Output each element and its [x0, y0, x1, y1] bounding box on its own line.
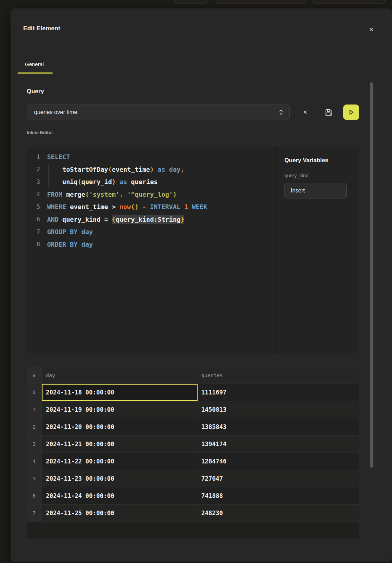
code-token: FROM [47, 191, 62, 198]
cell-queries[interactable]: 741888 [198, 487, 359, 505]
code-token: toStartOfDay [62, 166, 108, 173]
code-token: ) [150, 166, 154, 173]
row-index: 2 [27, 418, 41, 436]
table-row: 42024-11-22 00:00:001284746 [27, 453, 359, 470]
insert-variable-button[interactable]: Insert [284, 183, 347, 198]
code-token: ( [85, 191, 89, 198]
cell-queries[interactable]: 1111697 [198, 384, 359, 401]
code-line[interactable]: 1SELECT [27, 151, 275, 163]
cell-queries[interactable]: 727647 [198, 470, 359, 487]
code-line[interactable]: 6AND query_kind = {query_kind:String} [27, 213, 275, 226]
cell-day[interactable]: 2024-11-18 00:00:00 [41, 384, 198, 401]
row-index: 4 [27, 453, 41, 470]
code-token: queries [131, 178, 158, 185]
code-token: now [120, 203, 131, 210]
tab-general[interactable]: General [18, 60, 53, 74]
header-divider [11, 51, 392, 51]
code-token: uniq [62, 178, 77, 185]
row-index: 0 [27, 384, 41, 401]
cell-queries[interactable]: 1284746 [198, 453, 359, 470]
code-text: WHERE event_time > now() - INTERVAL 1 WE… [47, 203, 207, 210]
code-token [146, 203, 150, 210]
variable-name-label: query_kind [284, 173, 351, 178]
code-token: day [82, 241, 93, 248]
results-header-row: # day queries [27, 367, 359, 384]
code-token [47, 178, 62, 185]
edit-element-modal: Edit Element ✕ General Query queries ove… [11, 8, 392, 562]
code-token: ( [78, 178, 82, 185]
background-button [313, 0, 386, 4]
table-row: 72024-11-25 00:00:00248230 [27, 505, 359, 522]
query-select-value: queries over time [34, 109, 278, 115]
row-index: 7 [27, 505, 41, 522]
cell-queries[interactable]: 1394174 [198, 436, 359, 453]
code-token: merge [66, 191, 85, 198]
code-token [165, 166, 169, 173]
code-token: GROUP [47, 228, 66, 235]
code-line[interactable]: 5WHERE event_time > now() - INTERVAL 1 W… [27, 201, 275, 213]
cell-queries[interactable]: 248230 [198, 505, 359, 522]
code-token: { [112, 215, 116, 224]
save-icon[interactable] [322, 106, 335, 119]
code-text: toStartOfDay(event_time) as day, [47, 166, 184, 173]
clear-icon[interactable]: ✕ [299, 107, 311, 118]
code-token: query_id [82, 178, 112, 185]
code-line[interactable]: 4FROM merge('system', '^query_log') [27, 188, 275, 201]
code-token: - [142, 203, 146, 210]
code-line[interactable]: 2 toStartOfDay(event_time) as day, [27, 163, 275, 176]
results-body: 02024-11-18 00:00:00111169712024-11-19 0… [27, 384, 359, 522]
code-token [116, 178, 120, 185]
code-token [188, 203, 192, 210]
modal-title: Edit Element [23, 25, 60, 32]
cell-day[interactable]: 2024-11-24 00:00:00 [41, 487, 198, 505]
sql-editor[interactable]: 1SELECT2 toStartOfDay(event_time) as day… [27, 147, 359, 353]
code-token [78, 228, 82, 235]
chevron-up-down-icon [278, 109, 284, 116]
code-line[interactable]: 8ORDER BY day [27, 238, 275, 251]
play-icon [347, 108, 355, 116]
code-token [66, 241, 70, 248]
indent-guide [49, 164, 49, 187]
line-number: 5 [27, 203, 40, 210]
code-token [123, 191, 127, 198]
cell-day[interactable]: 2024-11-22 00:00:00 [41, 453, 198, 470]
code-token: ) [173, 191, 177, 198]
cell-queries[interactable]: 1385843 [198, 418, 359, 436]
code-token: = [101, 216, 112, 223]
code-token: ORDER [47, 241, 66, 248]
close-icon[interactable]: ✕ [366, 24, 377, 35]
table-row: 02024-11-18 00:00:001111697 [27, 384, 359, 401]
code-text: uniq(query_id) as queries [47, 178, 158, 185]
code-token: > [108, 203, 120, 210]
line-number: 1 [27, 153, 40, 160]
code-line[interactable]: 7GROUP BY day [27, 226, 275, 238]
code-token [66, 203, 70, 210]
code-token: WEEK [192, 203, 207, 210]
scrollbar-thumb[interactable] [370, 82, 373, 468]
code-token [59, 216, 63, 223]
cell-day[interactable]: 2024-11-21 00:00:00 [41, 436, 198, 453]
column-header-day: day [41, 367, 198, 384]
code-token: } [180, 215, 184, 224]
code-lines[interactable]: 1SELECT2 toStartOfDay(event_time) as day… [27, 147, 275, 353]
row-index: 1 [27, 401, 41, 418]
results-footer [27, 522, 359, 539]
code-token: '^query_log' [127, 191, 173, 198]
cell-day[interactable]: 2024-11-23 00:00:00 [41, 470, 198, 487]
cell-day[interactable]: 2024-11-19 00:00:00 [41, 401, 198, 418]
cell-day[interactable]: 2024-11-20 00:00:00 [41, 418, 198, 436]
code-line[interactable]: 3 uniq(query_id) as queries [27, 176, 275, 188]
cell-day[interactable]: 2024-11-25 00:00:00 [41, 505, 198, 522]
cell-queries[interactable]: 1450813 [198, 401, 359, 418]
code-token: as [120, 178, 127, 185]
run-query-button[interactable] [343, 105, 359, 120]
code-text: GROUP BY day [47, 228, 93, 235]
code-token [139, 203, 142, 210]
table-row: 62024-11-24 00:00:00741888 [27, 487, 359, 505]
code-text: FROM merge('system', '^query_log') [47, 191, 177, 198]
query-section-heading: Query [27, 88, 44, 95]
table-row: 52024-11-23 00:00:00727647 [27, 470, 359, 487]
results-table: # day queries 02024-11-18 00:00:00111169… [27, 367, 359, 539]
row-index: 5 [27, 470, 41, 487]
query-select[interactable]: queries over time [27, 105, 290, 120]
